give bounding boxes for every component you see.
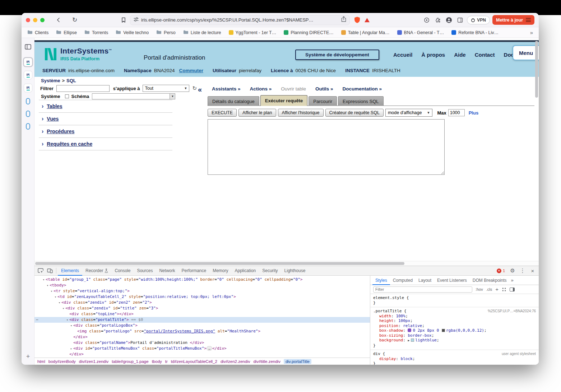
close-window-button[interactable] — [26, 18, 30, 22]
menubar-item[interactable]: Actions » — [250, 86, 272, 92]
expand-arrow-icon[interactable]: ▾ — [50, 289, 54, 294]
css-property[interactable]: background: ▶lightblue; — [373, 338, 536, 343]
bookmark-item[interactable]: Ellipse — [56, 29, 77, 36]
menubar-item[interactable]: Assistants » — [212, 86, 241, 92]
expand-arrow-icon[interactable]: ▾ — [61, 306, 65, 311]
node-menu-dots-icon[interactable]: ⋯ — [36, 317, 38, 322]
css-property[interactable]: width: 100%; — [373, 314, 536, 319]
dom-node-row[interactable]: ▾<tr style="vertical-align:top;"> — [34, 288, 370, 294]
expand-arrow-icon[interactable]: ▾ — [42, 277, 46, 283]
reload-icon[interactable]: ↻ — [70, 16, 79, 24]
css-selector[interactable]: div { — [373, 351, 385, 356]
sql-tab[interactable]: Détails du catalogue — [208, 96, 259, 106]
profile-avatar-icon[interactable] — [445, 16, 453, 24]
expand-arrow-icon[interactable]: ▾ — [46, 283, 50, 288]
sidebar-panels-icon[interactable] — [25, 44, 31, 51]
breadcrumb-node[interactable]: tr — [165, 359, 168, 364]
devtools-tab[interactable]: Sources — [134, 266, 156, 276]
tabs-overflow-chevron[interactable]: » — [511, 277, 514, 283]
tree-section-label[interactable]: Procédures — [47, 129, 74, 134]
new-tab-button[interactable]: + — [22, 353, 34, 360]
expand-arrow-icon[interactable]: ▾ — [69, 323, 73, 328]
shadow-editor-icon[interactable] — [408, 328, 411, 332]
sidebar-toggle-icon[interactable] — [456, 16, 464, 24]
kebab-menu-icon[interactable]: ⋮ — [518, 266, 527, 275]
bookmark-item[interactable]: Liste de lecture — [183, 29, 221, 36]
extensions-puzzle-icon[interactable] — [434, 16, 442, 24]
sql-tab[interactable]: Expressions SQL — [338, 96, 383, 106]
system-mode-badge[interactable]: Système de développement — [295, 50, 379, 60]
dom-node-row[interactable]: ▸<div id="portalTitleMenuBox" class="por… — [34, 346, 370, 351]
vpn-button[interactable]: VPN — [467, 16, 490, 24]
styles-pane-tab[interactable]: Layout — [416, 276, 434, 285]
bookmark-item[interactable]: Veille techno — [116, 29, 149, 36]
computed-sidebar-icon[interactable] — [510, 288, 515, 291]
pinned-item-icon-2[interactable] — [26, 111, 30, 117]
sql-tab[interactable]: Exécuter requête — [260, 95, 308, 106]
pinned-item-icon-1[interactable] — [26, 98, 30, 104]
tree-section-label[interactable]: Requêtes en cache — [47, 141, 92, 147]
css-property[interactable]: box-shadow: 0 2px 8px 0 rgba(0,0,0,0.12)… — [373, 328, 536, 333]
back-icon[interactable] — [54, 16, 62, 24]
hamburger-menu-icon[interactable] — [526, 17, 531, 23]
query-builder-button[interactable]: Créateur de requête SQL — [325, 109, 384, 117]
dom-node-row[interactable]: <div class="topLine"></div> — [34, 311, 370, 317]
expand-arrow-icon[interactable] — [65, 312, 69, 317]
sql-tab[interactable]: Parcourir — [309, 96, 337, 106]
dom-node-row[interactable]: ▾<tbody> — [34, 283, 370, 288]
breadcrumb-node[interactable]: table#group_1.page — [112, 359, 148, 364]
nav-link[interactable]: Accueil — [393, 52, 412, 58]
devtools-tab[interactable]: Lighthouse — [281, 266, 309, 276]
device-toolbar-icon[interactable] — [45, 266, 55, 275]
bookmark-item[interactable]: Torrents — [84, 29, 108, 36]
color-swatch-icon[interactable] — [411, 339, 414, 342]
expand-arrow-icon[interactable]: ▾ — [65, 317, 69, 323]
dom-node-row[interactable]: ▾<div class="portalTitle"> == $0⋯ — [34, 317, 370, 323]
bookmark-item[interactable]: YggTorrent - 1er T… — [229, 30, 277, 35]
devtools-tab[interactable]: Memory — [209, 266, 231, 276]
css-property[interactable]: position: relative; — [373, 323, 536, 328]
breadcrumb-sql-link[interactable]: SQL — [66, 78, 76, 83]
bookmark-item[interactable]: Planning DIRECTE… — [284, 30, 334, 35]
tree-section-row[interactable]: › Vues — [39, 113, 172, 125]
expand-arrow-icon[interactable]: ▾ — [54, 294, 57, 300]
inspect-element-icon[interactable] — [36, 266, 45, 275]
dom-node-row[interactable]: </div> — [34, 334, 370, 340]
privacy-badge-icon[interactable] — [422, 16, 431, 24]
show-history-button[interactable]: Afficher l'historique — [278, 109, 324, 117]
breadcrumb-system-link[interactable]: Système — [41, 78, 60, 83]
update-browser-button[interactable]: Mettre à jour — [492, 15, 534, 25]
breadcrumb-node[interactable]: div#title.zendiv — [253, 359, 280, 364]
styles-pane-tab[interactable]: Event Listeners — [434, 276, 470, 285]
css-property[interactable]: display: block; — [373, 356, 536, 361]
close-devtools-icon[interactable]: × — [528, 266, 537, 275]
tree-section-row[interactable]: › Requêtes en cache — [39, 138, 172, 150]
url-bar[interactable]: iris.ellipse-online.com/csp/sys/exp/%25C… — [130, 15, 350, 25]
tree-section-row[interactable]: › Procédures — [39, 125, 172, 138]
stylesheet-source-link[interactable]: %25CSP.UI.P…=BNA2024:76 — [488, 309, 536, 314]
dom-node-row[interactable]: <img class="portalLogo" src="portal/Inte… — [34, 328, 370, 334]
display-mode-select[interactable]: mode d'affichage ▼ — [385, 109, 433, 117]
dom-node-row[interactable]: ▾<div class="zendiv" id="zen2" zen="2"> — [34, 300, 370, 305]
breadcrumb-node[interactable]: div#zen1.zendiv — [79, 359, 108, 364]
vertical-scrollbar-thumb[interactable] — [535, 41, 538, 98]
pinned-tab-iris-1[interactable]: IR — [24, 58, 32, 66]
breadcrumb-node[interactable]: html — [37, 359, 45, 364]
pinned-tab-iris-2[interactable]: IR — [24, 71, 32, 79]
tree-section-row[interactable]: › Tables — [39, 100, 172, 113]
pinned-item-icon-3[interactable] — [26, 123, 30, 130]
css-property[interactable]: height: 100px; — [373, 318, 536, 323]
devtools-tab[interactable]: Recorder — [82, 266, 111, 276]
share-icon[interactable] — [341, 16, 346, 24]
zoom-window-button[interactable] — [40, 18, 45, 22]
nav-link[interactable]: Contact — [475, 52, 495, 58]
pinned-tab-iris-3[interactable]: IR — [24, 84, 32, 92]
styles-filter-input[interactable] — [373, 286, 472, 293]
element-classes-button[interactable]: .cls — [486, 287, 492, 291]
breadcrumb-node[interactable]: body#zenBody — [48, 359, 76, 364]
dom-node-row[interactable]: <div class="portalName">Portail d'admini… — [34, 340, 370, 346]
breadcrumb-node[interactable]: td#zenLayoutTableCell_2 — [171, 359, 217, 364]
devtools-tab[interactable]: Network — [156, 266, 178, 276]
switch-namespace-link[interactable]: Commuter — [179, 68, 203, 73]
toggle-element-state-button[interactable]: :hov — [476, 287, 483, 291]
